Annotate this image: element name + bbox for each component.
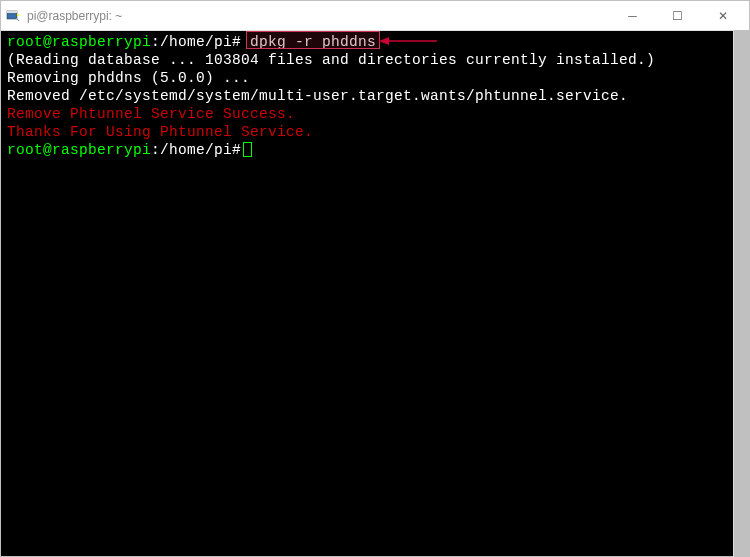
output-removing: Removing phddns (5.0.0) ...	[7, 69, 743, 87]
minimize-button[interactable]: ─	[610, 2, 655, 30]
maximize-button[interactable]: ☐	[655, 2, 700, 30]
command-text: dpkg -r phddns	[250, 34, 376, 50]
user-host: root@raspberrypi	[7, 142, 151, 158]
terminal-cursor	[243, 142, 252, 157]
scrollbar[interactable]	[733, 30, 750, 557]
close-button[interactable]: ✕	[700, 2, 745, 30]
window-title: pi@raspberrypi: ~	[27, 9, 610, 23]
path: /home/pi	[160, 34, 232, 50]
output-db: (Reading database ... 103804 files and d…	[7, 51, 743, 69]
prompt-line-1: root@raspberrypi:/home/pi# dpkg -r phddn…	[7, 33, 743, 51]
app-window: pi@raspberrypi: ~ ─ ☐ ✕ root@raspberrypi…	[0, 0, 750, 557]
path: /home/pi	[160, 142, 232, 158]
user-host: root@raspberrypi	[7, 34, 151, 50]
putty-icon	[5, 8, 21, 24]
titlebar[interactable]: pi@raspberrypi: ~ ─ ☐ ✕	[1, 1, 749, 31]
prompt-line-2: root@raspberrypi:/home/pi#	[7, 141, 743, 159]
output-thanks: Thanks For Using Phtunnel Service.	[7, 123, 743, 141]
output-removed: Removed /etc/systemd/system/multi-user.t…	[7, 87, 743, 105]
window-controls: ─ ☐ ✕	[610, 2, 745, 30]
terminal-area[interactable]: root@raspberrypi:/home/pi# dpkg -r phddn…	[1, 31, 749, 556]
svg-line-3	[16, 18, 19, 21]
svg-rect-1	[7, 11, 17, 13]
svg-rect-2	[17, 14, 19, 16]
output-success: Remove Phtunnel Service Success.	[7, 105, 743, 123]
scroll-thumb[interactable]	[734, 30, 750, 557]
